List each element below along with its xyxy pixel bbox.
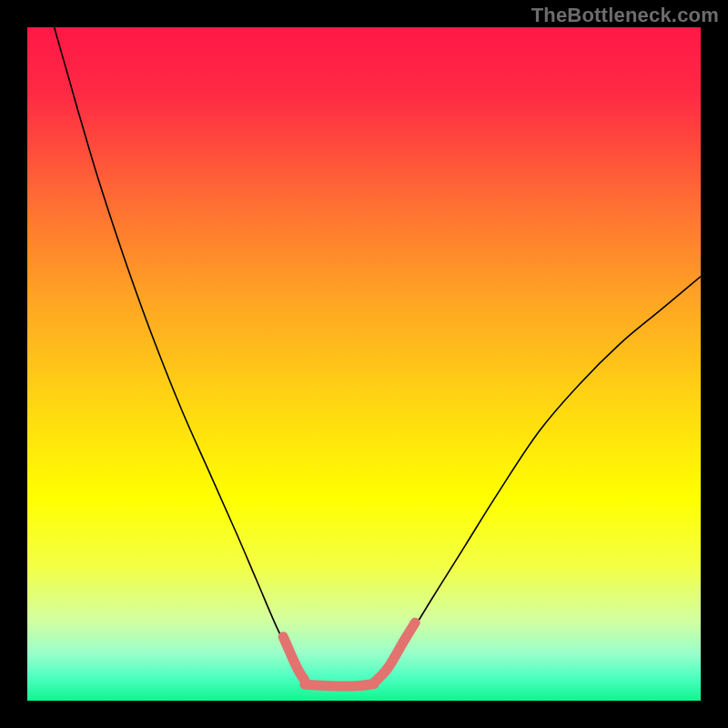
watermark-text: TheBottleneck.com <box>531 4 719 27</box>
plot-area <box>27 27 701 701</box>
chart-svg <box>27 27 701 701</box>
series-highlight-bottom <box>305 684 374 686</box>
chart-frame: TheBottleneck.com <box>0 0 728 728</box>
